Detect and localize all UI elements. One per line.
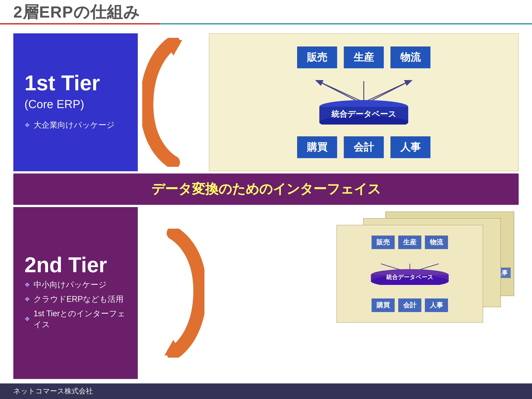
bottom-section: 2nd Tier ❖ 中小向けパッケージ ❖ クラウドERPなども活用 ❖ 1s… [13, 207, 519, 379]
second-tier-title: 2nd Tier [25, 253, 127, 277]
svg-line-7 [364, 81, 409, 102]
page-title: 2層ERPの仕組み [13, 1, 140, 23]
page-footer: ネットコマース株式会社 [0, 383, 532, 399]
front-db-svg: 統合データベース [367, 263, 452, 285]
bottom-orange-arrow [142, 229, 204, 358]
first-tier-bullet-1: ❖ 大企業向けパッケージ [25, 120, 127, 131]
bullet-icon-2: ❖ [25, 281, 30, 289]
first-tier-erp-diagram: 販売 生産 物流 [209, 33, 519, 171]
module-hanbaai-1: 販売 [297, 46, 337, 68]
top-modules-row: 販売 生産 物流 [218, 46, 509, 68]
bottom-modules-row: 購買 会計 人事 [218, 136, 509, 158]
second-tier-diagrams: 販売 生産 物流 人事 販売 生産 物流 [209, 207, 519, 379]
database-container: 統合データベース [218, 80, 509, 125]
module-buturyu-1: 物流 [390, 46, 431, 68]
svg-text:統合データベース: 統合データベース [331, 109, 396, 119]
module-kounyu-1: 購買 [297, 136, 337, 158]
interface-bar: データ変換のためのインターフェイス [13, 174, 519, 205]
svg-line-6 [318, 81, 364, 102]
stacked-diagram-front: 販売 生産 物流 統合データベース [336, 225, 483, 323]
bottom-arrow-container [138, 207, 209, 379]
top-section: 1st Tier (Core ERP) ❖ 大企業向けパッケージ 販売 生産 物… [13, 33, 519, 171]
page-header: 2層ERPの仕組み [0, 0, 532, 25]
module-jinji-1: 人事 [390, 136, 431, 158]
db-arrows-svg: 統合データベース [286, 80, 442, 125]
bullet-icon-3: ❖ [25, 296, 30, 303]
main-content: 1st Tier (Core ERP) ❖ 大企業向けパッケージ 販売 生産 物… [0, 25, 532, 383]
top-orange-arrow [142, 38, 204, 167]
first-tier-subtitle: (Core ERP) [25, 97, 127, 111]
top-arrow-container [138, 33, 209, 171]
first-tier-box: 1st Tier (Core ERP) ❖ 大企業向けパッケージ [13, 33, 138, 171]
module-seisan-1: 生産 [344, 46, 384, 68]
second-tier-bullet-3: ❖ 1st Tierとのインターフェイス [25, 308, 127, 330]
svg-text:統合データベース: 統合データベース [386, 274, 433, 280]
first-tier-title: 1st Tier [25, 71, 127, 95]
bullet-icon-1: ❖ [25, 122, 30, 129]
second-tier-bullet-1: ❖ 中小向けパッケージ [25, 279, 127, 290]
second-tier-bullet-2: ❖ クラウドERPなども活用 [25, 294, 127, 305]
second-tier-box: 2nd Tier ❖ 中小向けパッケージ ❖ クラウドERPなども活用 ❖ 1s… [13, 207, 138, 379]
bullet-icon-4: ❖ [25, 315, 30, 323]
module-kaikei-1: 会計 [344, 136, 384, 158]
footer-company: ネットコマース株式会社 [13, 386, 93, 396]
